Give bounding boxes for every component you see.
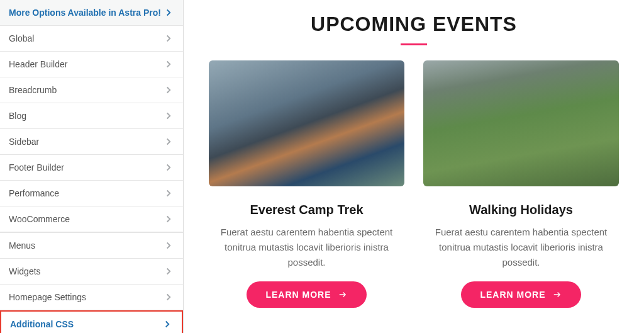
nav-label: Widgets [9, 266, 41, 276]
nav-item-footer-builder[interactable]: Footer Builder [0, 155, 183, 181]
chevron-right-icon [162, 319, 173, 330]
section-heading: UPCOMING EVENTS [209, 13, 619, 36]
nav-label: Footer Builder [9, 162, 64, 172]
nav-item-homepage-settings[interactable]: Homepage Settings [0, 285, 183, 310]
nav-label: Menus [9, 240, 35, 251]
chevron-right-icon [163, 240, 174, 251]
nav-label: Header Builder [9, 59, 67, 69]
chevron-right-icon [163, 266, 174, 277]
nav-item-global[interactable]: Global [0, 26, 183, 52]
nav-item-header-builder[interactable]: Header Builder [0, 52, 183, 77]
event-description: Fuerat aestu carentem habentia spectent … [209, 225, 404, 270]
nav-item-astra-pro[interactable]: More Options Available in Astra Pro! [0, 0, 183, 26]
chevron-right-icon [163, 84, 174, 96]
nav-label: Blog [9, 111, 26, 121]
arrow-right-icon [552, 290, 562, 299]
learn-more-button[interactable]: LEARN MORE [461, 281, 580, 308]
nav-label: Performance [9, 188, 59, 198]
nav-item-additional-css[interactable]: Additional CSS [0, 310, 183, 333]
nav-label: WooCommerce [9, 214, 70, 224]
event-card: Everest Camp Trek Fuerat aestu carentem … [209, 60, 404, 308]
chevron-right-icon [163, 213, 174, 225]
event-card: Walking Holidays Fuerat aestu carentem h… [423, 60, 619, 308]
nav-label: More Options Available in Astra Pro! [9, 8, 161, 18]
nav-item-widgets[interactable]: Widgets [0, 259, 183, 285]
event-description: Fuerat aestu carentem habentia spectent … [423, 225, 619, 270]
customizer-sidebar: More Options Available in Astra Pro! Glo… [0, 0, 184, 333]
nav-label: Breadcrumb [9, 85, 57, 95]
learn-more-button[interactable]: LEARN MORE [247, 281, 366, 308]
chevron-right-icon [163, 59, 174, 70]
button-label: LEARN MORE [265, 290, 331, 300]
nav-item-blog[interactable]: Blog [0, 103, 183, 129]
arrow-right-icon [338, 290, 348, 299]
event-title: Walking Holidays [469, 203, 573, 217]
event-title: Everest Camp Trek [250, 203, 363, 217]
nav-label: Sidebar [9, 137, 39, 147]
nav-label: Global [9, 33, 34, 43]
nav-label: Homepage Settings [9, 292, 86, 302]
chevron-right-icon [163, 7, 174, 18]
chevron-right-icon [163, 33, 174, 44]
chevron-right-icon [163, 136, 174, 147]
nav-item-performance[interactable]: Performance [0, 181, 183, 206]
nav-item-woocommerce[interactable]: WooCommerce [0, 206, 183, 232]
nav-item-breadcrumb[interactable]: Breadcrumb [0, 77, 183, 103]
site-preview: UPCOMING EVENTS Everest Camp Trek Fuerat… [184, 0, 644, 333]
event-image [423, 60, 619, 186]
nav-label: Additional CSS [10, 319, 74, 329]
chevron-right-icon [163, 291, 174, 303]
event-cards: Everest Camp Trek Fuerat aestu carentem … [209, 60, 619, 308]
nav-item-menus[interactable]: Menus [0, 233, 183, 259]
button-label: LEARN MORE [480, 290, 545, 300]
chevron-right-icon [163, 188, 174, 199]
nav-item-sidebar[interactable]: Sidebar [0, 129, 183, 155]
chevron-right-icon [163, 162, 174, 173]
event-image [209, 60, 404, 186]
heading-divider [401, 43, 427, 45]
chevron-right-icon [163, 110, 174, 121]
